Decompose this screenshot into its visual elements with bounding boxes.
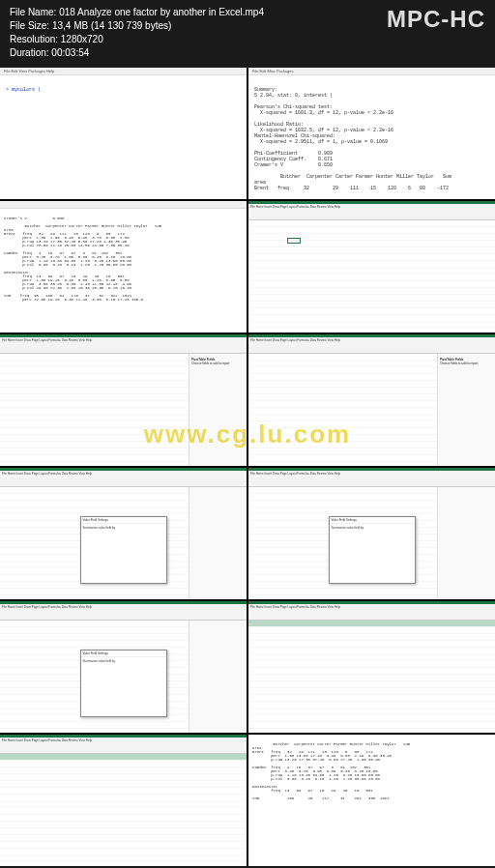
value-field-dialog-2: Value Field Settings Summarize value fie… [329,516,416,584]
file-name-label: File Name: [10,7,56,17]
thumb-excel-dialog-3[interactable]: File Home Insert Draw Page Layout Formul… [0,601,247,733]
thumbnail-grid: File Edit View Packages Help > mycolors … [0,68,495,866]
dialog-title-2: Value Field Settings [330,517,415,524]
selected-cell [287,238,301,244]
header-row-2 [0,754,247,760]
excel-ribbon-4: File Home Insert Draw Page Layout Formul… [0,468,247,487]
excel-grid-2 [0,354,189,466]
thumb-excel-result[interactable]: File Home Insert Draw Page Layout Formul… [0,735,247,866]
file-info-block: File Name: 018 Analyze one factor by ano… [10,6,264,60]
ribbon-tabs-3: File Home Insert Draw Page Layout Formul… [248,334,495,343]
excel-body-8 [0,754,247,866]
value-field-dialog: Value Field Settings Summarize value fie… [80,516,167,584]
resolution-label: Resolution: [10,34,58,44]
file-size-value: 13,4 MB (14 130 739 bytes) [52,20,171,31]
resolution-row: Resolution: 1280x720 [10,33,264,46]
pivot-fields-panel-2: PivotTable Fields Choose fields to add t… [437,354,495,466]
pivot-panel-hint: Choose fields to add to report: [191,362,245,365]
duration-row: Duration: 00:03:54 [10,46,264,60]
excel-body [248,220,495,333]
resolution-value: 1280x720 [61,34,103,44]
file-name-value: 018 Analyze one factor by another in Exc… [59,7,264,17]
file-name-row: File Name: 018 Analyze one factor by ano… [10,6,264,19]
final-stats-content: Butcher Carpenter Carter Farmer Hunter M… [248,735,495,808]
excel-grid-3 [248,354,437,466]
dialog-title-3: Value Field Settings [81,651,166,657]
duration-label: Duration: [10,47,49,58]
ribbon-tabs-6: File Home Insert Draw Page Layout Formul… [0,601,247,610]
thumb-r-script[interactable]: File Edit View Packages Help > mycolors … [0,68,247,199]
thumb-final-stats[interactable]: Butcher Carpenter Carter Farmer Hunter M… [248,735,495,866]
excel-body-2: PivotTable Fields Choose fields to add t… [0,354,247,466]
excel-body-5: Value Field Settings Summarize value fie… [248,487,495,599]
thumb-excel-dialog-2[interactable]: File Home Insert Draw Page Layout Formul… [248,468,495,599]
pivot-panel-hint-2: Choose fields to add to report: [440,362,493,365]
excel-ribbon: File Home Insert Draw Page Layout Formul… [248,201,495,220]
value-field-dialog-3: Value Field Settings Summarize value fie… [80,650,167,717]
pivot-fields-panel-5 [189,621,247,733]
ribbon-tabs-7: File Home Insert Draw Page Layout Formul… [248,601,495,610]
excel-ribbon-6: File Home Insert Draw Page Layout Formul… [0,601,247,621]
dialog-body: Summarize value field by [81,524,166,532]
excel-ribbon-7: File Home Insert Draw Page Layout Formul… [248,601,495,621]
ribbon-tabs-2: File Home Insert Draw Page Layout Formul… [0,334,247,343]
thumb-stats-table[interactable]: Cramer's V 0.650 Butcher Carpenter Carte… [0,201,247,333]
excel-ribbon-2: File Home Insert Draw Page Layout Formul… [0,334,247,354]
ribbon-tabs-5: File Home Insert Draw Page Layout Formul… [248,468,495,477]
stats-table-content: Cramer's V 0.650 Butcher Carpenter Carte… [0,209,247,309]
player-brand: MPC-HC [387,6,485,33]
excel-ribbon-8: File Home Insert Draw Page Layout Formul… [0,735,247,754]
thumb-excel-data[interactable]: File Home Insert Draw Page Layout Formul… [248,601,495,733]
thumb-excel-dialog-1[interactable]: File Home Insert Draw Page Layout Formul… [0,468,247,599]
excel-body-7 [248,621,495,733]
excel-grid [248,220,495,333]
dialog-body-2: Summarize value field by [330,524,415,532]
stats-menu [0,201,247,209]
thumb-excel-pivot-1[interactable]: File Home Insert Draw Page Layout Formul… [0,334,247,466]
pivot-fields-panel-3 [189,487,247,599]
file-size-label: File Size: [10,20,49,31]
dialog-title: Value Field Settings [81,517,166,524]
excel-body-4: Value Field Settings Summarize value fie… [0,487,247,599]
r-output-text: Summary: 5 2.94, stat: 0, interest ) Pea… [248,75,495,195]
thumb-excel-1[interactable]: File Home Insert Draw Page Layout Formul… [248,201,495,333]
excel-body-6: Value Field Settings Summarize value fie… [0,621,247,733]
console-menu: File Edit Misc Packages [248,68,495,75]
dialog-body-3: Summarize value field by [81,657,166,665]
header-bar: File Name: 018 Analyze one factor by ano… [0,0,495,68]
file-size-row: File Size: 13,4 MB (14 130 739 bytes) [10,19,264,33]
ribbon-tabs-8: File Home Insert Draw Page Layout Formul… [0,735,247,743]
excel-grid-8 [0,754,247,866]
r-script-text: > mycolors | [0,75,247,97]
thumb-r-output-1[interactable]: File Edit Misc Packages Summary: 5 2.94,… [248,68,495,199]
excel-grid-7 [248,621,495,733]
editor-menu: File Edit View Packages Help [0,68,247,75]
excel-ribbon-5: File Home Insert Draw Page Layout Formul… [248,468,495,487]
excel-ribbon-3: File Home Insert Draw Page Layout Formul… [248,334,495,354]
thumb-excel-pivot-2[interactable]: File Home Insert Draw Page Layout Formul… [248,334,495,466]
pivot-fields-panel-4 [437,487,495,599]
ribbon-tabs: File Home Insert Draw Page Layout Formul… [248,201,495,210]
excel-body-3: PivotTable Fields Choose fields to add t… [248,354,495,466]
duration-value: 00:03:54 [51,47,89,58]
header-row [248,621,495,626]
ribbon-tabs-4: File Home Insert Draw Page Layout Formul… [0,468,247,477]
pivot-fields-panel: PivotTable Fields Choose fields to add t… [189,354,247,466]
